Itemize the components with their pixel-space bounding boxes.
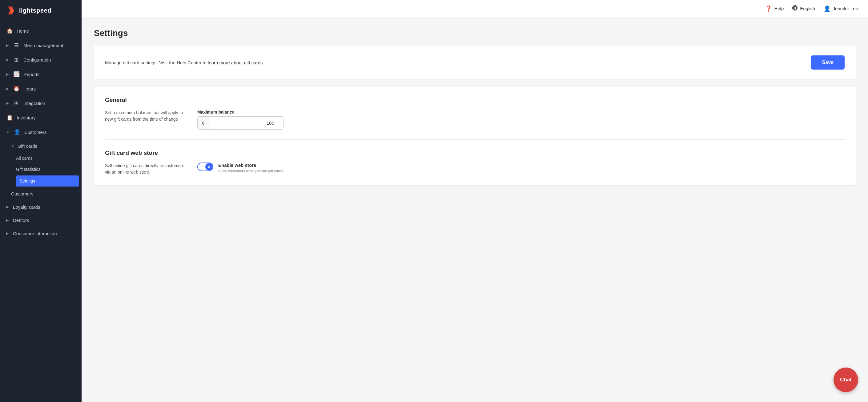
web-store-field-row: Sell online gift cards directly to custo… bbox=[105, 162, 845, 176]
customers-icon: 👤 bbox=[14, 129, 21, 135]
currency-symbol: € bbox=[197, 117, 209, 129]
chevron-right-icon: ▶ bbox=[6, 72, 9, 76]
sidebar-item-integration[interactable]: ▶ ⊞ Integration bbox=[0, 96, 82, 111]
language-label: English bbox=[800, 6, 815, 11]
sidebar-item-hours-label: Hours bbox=[23, 86, 36, 91]
learn-more-link[interactable]: learn more about gift cards. bbox=[208, 60, 264, 65]
max-balance-input[interactable] bbox=[209, 117, 283, 129]
sidebar-item-customers[interactable]: ▼ 👤 Customers bbox=[0, 125, 82, 140]
help-icon: ❓ bbox=[765, 5, 772, 12]
inventory-icon: 📋 bbox=[6, 115, 13, 121]
info-card: Manage gift card settings. Visit the Hel… bbox=[94, 45, 856, 80]
toggle-thumb bbox=[205, 163, 213, 171]
web-store-toggle-sublabel: Allow customers to buy online gift cards bbox=[218, 169, 283, 173]
reports-icon: 📈 bbox=[13, 71, 20, 78]
language-selector[interactable]: 🅐 English bbox=[792, 5, 815, 12]
sidebar-item-gift-statistics[interactable]: Gift statistics bbox=[16, 164, 82, 175]
sidebar-item-inventory-label: Inventory bbox=[17, 115, 36, 120]
sidebar-item-configuration-label: Configuration bbox=[23, 57, 51, 62]
integration-icon: ⊞ bbox=[13, 100, 20, 106]
chevron-right-icon: ▶ bbox=[6, 231, 9, 236]
general-card: General Set a maximum balance that will … bbox=[94, 87, 856, 185]
section-divider bbox=[105, 140, 845, 140]
sidebar-item-reports[interactable]: ▶ 📈 Reports bbox=[0, 67, 82, 82]
language-icon: 🅐 bbox=[792, 5, 798, 12]
enable-web-store-toggle[interactable] bbox=[197, 162, 213, 171]
topbar: ❓ Help 🅐 English 👤 Jennifer Lee bbox=[82, 0, 868, 17]
help-button[interactable]: ❓ Help bbox=[765, 5, 784, 12]
sidebar-item-debtors-label: Debtors bbox=[13, 218, 29, 223]
web-store-description: Sell online gift cards directly to custo… bbox=[105, 162, 185, 176]
info-text: Manage gift card settings. Visit the Hel… bbox=[105, 60, 264, 65]
main-area: ❓ Help 🅐 English 👤 Jennifer Lee Settings… bbox=[82, 0, 868, 402]
sidebar-item-gift-cards[interactable]: ▼ Gift cards bbox=[0, 140, 82, 153]
sidebar-item-customers-sub-label: Customers bbox=[11, 191, 34, 196]
menu-icon: ☰ bbox=[13, 42, 20, 49]
sidebar-item-consumer-interaction-label: Consumer interaction bbox=[13, 231, 57, 236]
info-row: Manage gift card settings. Visit the Hel… bbox=[105, 55, 845, 69]
sidebar-item-configuration[interactable]: ▶ ⊞ Configuration bbox=[0, 53, 82, 67]
chevron-right-icon: ▶ bbox=[6, 58, 9, 62]
sidebar-item-reports-label: Reports bbox=[23, 72, 40, 77]
sidebar-item-home[interactable]: 🏠 Home bbox=[0, 24, 82, 38]
help-label: Help bbox=[774, 6, 784, 11]
sidebar-item-customers-label: Customers bbox=[24, 130, 47, 135]
user-icon: 👤 bbox=[824, 5, 831, 12]
sidebar: lightspeed 🏠 Home ▶ ☰ Menu management ▶ … bbox=[0, 0, 82, 402]
balance-input-wrapper: € bbox=[197, 116, 283, 130]
sidebar-item-inventory[interactable]: 📋 Inventory bbox=[0, 111, 82, 125]
chevron-right-icon: ▶ bbox=[6, 205, 9, 209]
chevron-down-icon: ▼ bbox=[6, 130, 9, 134]
sidebar-item-consumer-interaction[interactable]: ▶ Consumer interaction bbox=[0, 227, 82, 240]
chevron-right-icon: ▶ bbox=[6, 87, 9, 91]
logo-text: lightspeed bbox=[19, 7, 52, 14]
lightspeed-logo-icon bbox=[6, 5, 16, 16]
chevron-right-icon: ▶ bbox=[6, 218, 9, 222]
web-store-toggle-row: Enable web store Allow customers to buy … bbox=[197, 162, 283, 173]
sidebar-item-hours[interactable]: ▶ ⏰ Hours bbox=[0, 82, 82, 96]
hours-icon: ⏰ bbox=[13, 86, 20, 92]
sidebar-item-home-label: Home bbox=[17, 28, 29, 34]
gift-cards-submenu: All cards Gift statistics Settings bbox=[0, 153, 82, 187]
toggle-label-group: Enable web store Allow customers to buy … bbox=[218, 162, 283, 173]
sidebar-item-menu-management[interactable]: ▶ ☰ Menu management bbox=[0, 38, 82, 53]
sidebar-item-gift-cards-label: Gift cards bbox=[18, 144, 37, 149]
page-title: Settings bbox=[94, 28, 856, 38]
sidebar-item-menu-management-label: Menu management bbox=[23, 43, 63, 48]
user-menu[interactable]: 👤 Jennifer Lee bbox=[824, 5, 858, 12]
content-area: Settings Manage gift card settings. Visi… bbox=[82, 17, 868, 402]
max-balance-label: Maximum balance bbox=[197, 110, 283, 115]
sidebar-item-all-cards[interactable]: All cards bbox=[16, 153, 82, 164]
max-balance-group: Maximum balance € bbox=[197, 110, 283, 130]
sidebar-nav: 🏠 Home ▶ ☰ Menu management ▶ ⊞ Configura… bbox=[0, 21, 82, 402]
save-button[interactable]: Save bbox=[811, 55, 845, 69]
sidebar-item-loyalty-cards[interactable]: ▶ Loyalty cards bbox=[0, 200, 82, 214]
user-name: Jennifer Lee bbox=[833, 6, 858, 11]
logo[interactable]: lightspeed bbox=[0, 0, 82, 21]
web-store-section-title: Gift card web store bbox=[105, 150, 845, 156]
config-icon: ⊞ bbox=[13, 57, 20, 63]
web-store-toggle-label: Enable web store bbox=[218, 162, 283, 168]
sidebar-item-integration-label: Integration bbox=[23, 101, 45, 106]
sidebar-item-debtors[interactable]: ▶ Debtors bbox=[0, 214, 82, 227]
home-icon: 🏠 bbox=[6, 28, 13, 34]
sidebar-item-loyalty-cards-label: Loyalty cards bbox=[13, 205, 40, 210]
general-section-title: General bbox=[105, 97, 845, 103]
general-description: Set a maximum balance that will apply to… bbox=[105, 110, 185, 123]
sidebar-item-settings[interactable]: Settings bbox=[16, 176, 79, 187]
chevron-down-icon: ▼ bbox=[11, 144, 14, 148]
general-field-row: Set a maximum balance that will apply to… bbox=[105, 110, 845, 130]
chevron-right-icon: ▶ bbox=[6, 43, 9, 48]
chevron-right-icon: ▶ bbox=[6, 101, 9, 105]
sidebar-item-customers-sub[interactable]: Customers bbox=[0, 187, 82, 200]
chat-button[interactable]: Chat bbox=[834, 368, 858, 392]
